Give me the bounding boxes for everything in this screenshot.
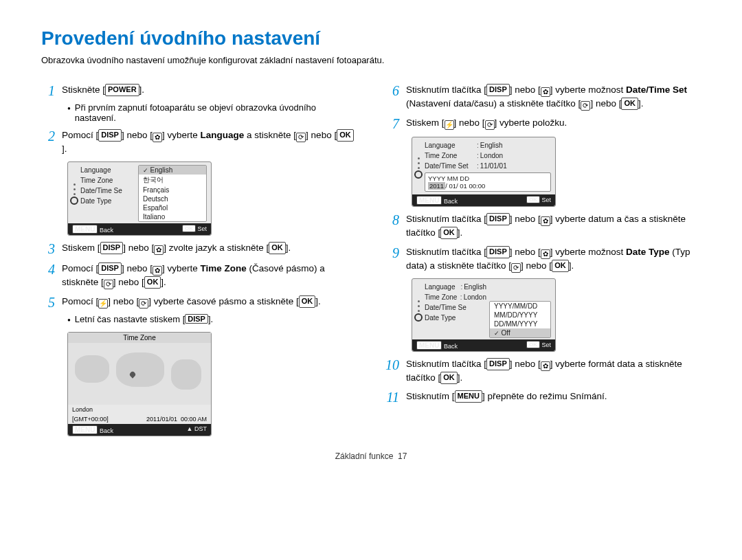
menu-key: MENU <box>72 225 98 234</box>
t: Stiskem [ <box>406 117 445 128</box>
macro-down-icon: ✿ <box>154 245 164 255</box>
step-number: 1 <box>41 83 55 98</box>
t: ]. <box>638 98 644 109</box>
disp-key: DISP <box>98 262 122 275</box>
menu-item: Time Zone <box>80 175 135 186</box>
t: DST <box>194 425 207 432</box>
timer-icon: ⟳ <box>296 133 306 142</box>
step-number: 10 <box>385 357 399 385</box>
step-text: Stisknutím tlačítka [DISP] nebo [✿] vybe… <box>406 83 701 111</box>
lang-option: 한국어 <box>139 175 206 186</box>
macro-down-icon: ✿ <box>541 361 550 371</box>
t: ] nebo [ <box>590 98 621 109</box>
timer-icon: ⟳ <box>104 280 113 289</box>
power-key: POWER <box>105 84 139 96</box>
step-1: 1 Stiskněte [POWER]. <box>41 83 357 98</box>
t: ] nebo [ <box>510 359 541 369</box>
step-text: Stiskem [⚡] nebo [⟳] vyberte položku. <box>406 116 701 131</box>
t: Back <box>444 198 458 205</box>
step-text: Pomocí [⚡] nebo [⟳] vyberte časové pásmo… <box>62 295 357 310</box>
step-7: 7 Stiskem [⚡] nebo [⟳] vyberte položku. <box>385 116 701 131</box>
t: Language <box>201 130 245 140</box>
datetype-option: YYYY/MM/DD <box>490 302 550 311</box>
step-number: 9 <box>385 245 399 273</box>
macro-down-icon: ✿ <box>541 249 550 259</box>
step-text: Stisknutím tlačítka [DISP] nebo [✿] vybe… <box>406 245 701 273</box>
t: ] nebo [ <box>122 263 153 273</box>
macro-down-icon: ✿ <box>541 87 550 97</box>
t: ] nebo [ <box>122 130 153 140</box>
t: 11/01/01 <box>480 162 551 170</box>
ok-key: OK <box>621 98 638 110</box>
page-footer: Základní funkce 17 <box>41 451 701 461</box>
t: a stiskněte [ <box>244 130 296 140</box>
t: London <box>464 293 486 301</box>
flash-left-icon: ⚡ <box>445 120 454 130</box>
ok-key: OK <box>552 260 569 272</box>
step-5-bullet: Letní čas nastavte stiskem [DISP]. <box>67 314 357 326</box>
t: Time Zone <box>425 152 475 159</box>
page-title: Provedení úvodního nastavení <box>41 27 701 49</box>
t: ]. <box>458 227 463 238</box>
step-text: Pomocí [DISP] nebo [✿] vyberte Language … <box>62 128 357 156</box>
t: ] nebo [ <box>521 260 552 271</box>
menu-key: MENU <box>416 196 442 205</box>
page-number: 17 <box>398 451 407 461</box>
t: Pomocí [ <box>62 296 98 306</box>
t: ] nebo [ <box>454 117 485 128</box>
step-number: 7 <box>385 116 399 131</box>
t: ] vyberte <box>162 130 201 140</box>
t: ]. <box>458 372 463 383</box>
ok-key: OK <box>299 295 316 308</box>
timer-icon: ⟳ <box>581 101 590 111</box>
disp-key: DISP <box>98 129 122 142</box>
t: Základní funkce <box>335 451 394 461</box>
ok-key: OK <box>440 227 458 239</box>
lang-option: Deutsch <box>139 194 206 203</box>
t: ]. <box>139 85 145 95</box>
step-1-bullet: Při prvním zapnutí fotoaparátu se objeví… <box>67 102 357 123</box>
ok-key: OK <box>337 129 354 142</box>
step-number: 8 <box>385 212 399 240</box>
lang-option: Español <box>139 203 206 212</box>
lang-option: Italiano <box>139 212 206 221</box>
step-text: Stisknutím tlačítka [DISP] nebo [✿] vybe… <box>406 357 701 385</box>
t: Time Zone <box>425 293 459 301</box>
macro-down-icon: ✿ <box>541 216 550 226</box>
t: Date Type <box>626 247 670 257</box>
step-text: Stisknutím [MENU] přepněte do režimu Sní… <box>406 390 701 405</box>
intro-text: Obrazovka úvodního nastavení umožňuje ko… <box>41 55 701 65</box>
ok-key: OK <box>144 276 161 289</box>
t: 2011/01/01 <box>146 416 177 423</box>
step-number: 3 <box>41 241 55 256</box>
t: ] nebo [ <box>510 247 541 257</box>
step-8: 8 Stisknutím tlačítka [DISP] nebo [✿] vy… <box>385 212 701 240</box>
tz-title: Time Zone <box>68 333 211 343</box>
t: ]. <box>161 277 166 287</box>
t: Language <box>425 283 459 291</box>
t: ] nebo [ <box>113 277 144 287</box>
t: / 01/ 01 00:00 <box>445 182 485 190</box>
step-number: 2 <box>41 128 55 156</box>
disp-key: DISP <box>486 358 510 370</box>
t: Stiskněte [ <box>62 85 105 95</box>
date-edit-box: YYYY MM DD 2011/ 01/ 01 00:00 <box>425 172 551 192</box>
lang-option-selected: English <box>139 166 206 175</box>
ok-key: OK <box>526 196 540 203</box>
t: ] nebo [ <box>510 85 541 95</box>
step-9: 9 Stisknutím tlačítka [DISP] nebo [✿] vy… <box>385 245 701 273</box>
t: Date Type <box>425 314 475 322</box>
step-6: 6 Stisknutím tlačítka [DISP] nebo [✿] vy… <box>385 83 701 111</box>
tz-gmt: [GMT+00:00] <box>72 416 109 423</box>
disp-key: DISP <box>486 213 510 225</box>
timer-icon: ⟳ <box>139 299 148 309</box>
datetype-option: DD/MM/YYYY <box>490 320 550 328</box>
t: Při prvním zapnutí fotoaparátu se objeví… <box>75 102 357 123</box>
t: 2011 <box>428 182 445 190</box>
t: Letní čas nastavte stiskem [ <box>75 314 185 324</box>
t: Stisknutím tlačítka [ <box>406 247 486 257</box>
t: Set <box>197 225 207 232</box>
disp-key: DISP <box>185 314 208 324</box>
gear-icon <box>414 313 423 322</box>
step-5: 5 Pomocí [⚡] nebo [⟳] vyberte časové pás… <box>41 295 357 310</box>
